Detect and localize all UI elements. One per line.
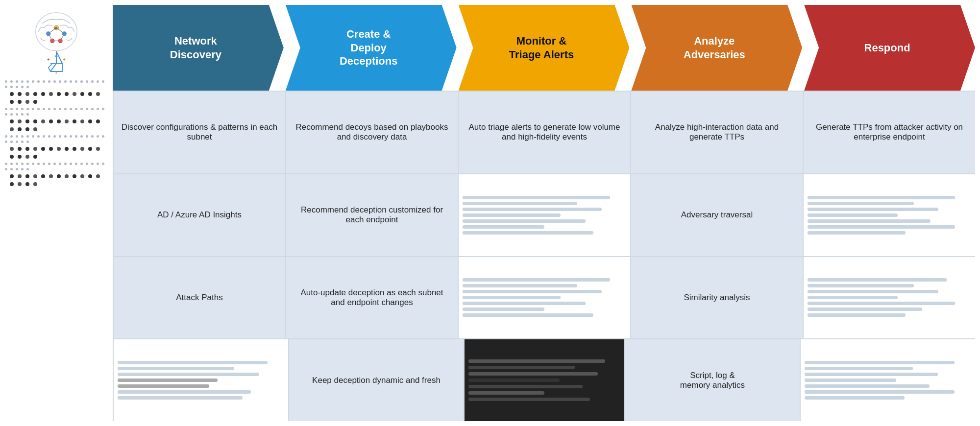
cell-4-5 [801,339,975,421]
svg-point-15 [48,59,49,61]
cell-2-3 [459,174,631,256]
cell-3-4: Similarity analysis [631,257,804,339]
cell-3-3 [459,257,631,339]
svg-point-14 [55,55,58,58]
cell-1-4: Analyze high-interaction data and genera… [631,92,804,173]
svg-point-17 [55,72,57,73]
cell-4-2: Keep deception dynamic and fresh [289,339,465,421]
cell-1-3: Auto triage alerts to generate low volum… [459,92,631,173]
ai-brain-logo: AI [24,10,88,73]
content-row-1: Discover configurations & patterns in ea… [113,91,975,173]
cell-2-4: Adversary traversal [631,174,804,256]
svg-line-8 [49,34,52,41]
cell-4-4: Script, log & memory analytics [625,339,801,421]
content-row-4: Keep deception dynamic and fresh Script, [113,338,975,421]
content-row-3: Attack Paths Auto-update deception as ea… [113,256,975,339]
dot-pattern-left [0,78,113,426]
cell-2-1: AD / Azure AD Insights [113,174,286,256]
header-analyze: Analyze Adversaries [631,5,802,91]
header-network-discovery: Network Discovery [113,5,284,91]
header-create-deploy: Create & Deploy Deceptions [286,5,457,91]
content-row-2: AD / Azure AD Insights Recommend decepti… [113,173,975,256]
header-monitor-triage: Monitor & Triage Alerts [459,5,630,91]
cell-1-2: Recommend decoys based on playbooks and … [286,92,459,173]
logo-area: AI [0,0,113,426]
cell-2-2: Recommend deception customized for each … [286,174,459,256]
cell-3-5 [804,257,975,339]
table-area: Network Discovery Create & Deploy Decept… [113,0,980,426]
svg-line-7 [56,28,64,34]
svg-point-16 [63,59,65,61]
header-row: Network Discovery Create & Deploy Decept… [113,5,975,91]
cell-1-1: Discover configurations & patterns in ea… [113,92,286,173]
svg-line-9 [60,34,64,41]
header-respond: Respond [804,5,975,91]
cell-3-1: Attack Paths [113,257,286,339]
cell-3-2: Auto-update deception as each subnet and… [286,257,459,339]
cell-4-3 [465,339,625,421]
content-grid: Discover configurations & patterns in ea… [113,91,975,421]
main-container: AI [0,0,980,426]
cell-1-5: Generate TTPs from attacker activity on … [804,92,975,173]
cell-4-1 [113,339,289,421]
svg-point-0 [36,13,77,51]
svg-text:AI: AI [54,26,57,30]
cell-2-5 [804,174,975,256]
